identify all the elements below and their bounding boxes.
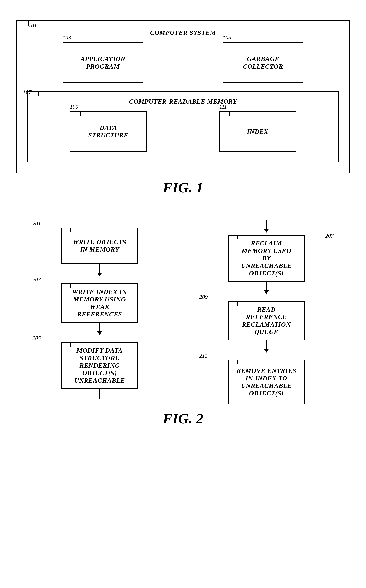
fig1-container: 101 COMPUTER SYSTEM 103 APPLI <box>16 12 350 208</box>
ref-203: 203 <box>32 276 41 283</box>
wi-tab <box>62 283 71 288</box>
ref-205: 205 <box>32 335 41 341</box>
data-structure-wrapper: 109 DATA STRUCTURE <box>70 111 147 152</box>
ref-109: 109 <box>70 104 78 110</box>
garbage-collector-box: GARBAGE COLLECTOR <box>222 43 304 83</box>
arrow-203-205 <box>99 323 100 335</box>
ref-207: 207 <box>325 232 334 239</box>
ref-111: 111 <box>219 104 227 110</box>
arrow-209-211 <box>266 340 267 352</box>
cs-title: COMPUTER SYSTEM <box>27 29 339 36</box>
data-structure-box: DATA STRUCTURE <box>70 111 147 152</box>
rm-tab <box>229 235 237 239</box>
ds-label: DATA STRUCTURE <box>88 124 128 139</box>
re-label: REMOVE ENTRIES IN INDEX TO UNREACHABLE O… <box>236 367 296 397</box>
md-tab <box>62 342 71 347</box>
cs-label: COMPUTER SYSTEM <box>150 29 216 36</box>
page-content: 101 COMPUTER SYSTEM 103 APPLI <box>16 12 350 439</box>
ref-209: 209 <box>199 294 208 300</box>
arrow-201-203 <box>99 264 100 276</box>
wo-label: WRITE OBJECTS IN MEMORY <box>73 238 126 253</box>
node-211-wrapper: 211 REMOVE ENTRIES IN INDEX TO UNREACHAB… <box>191 352 342 404</box>
rr-tab <box>229 301 237 305</box>
computer-system-box: COMPUTER SYSTEM 103 APPLICATION PROGRAM <box>16 20 350 173</box>
right-column: 207 RECLAIM MEMORY USED BY UNREACHABLE O… <box>191 220 342 404</box>
left-column: 201 WRITE OBJECTS IN MEMORY 203 WRITE IN… <box>24 220 175 404</box>
wi-label: WRITE INDEX IN MEMORY USING WEAK REFEREN… <box>72 288 127 318</box>
idx-label: INDEX <box>247 128 268 135</box>
write-index-box: WRITE INDEX IN MEMORY USING WEAK REFEREN… <box>61 283 138 323</box>
fig1-label: FIG. 1 <box>16 179 350 196</box>
fig2-container: 201 WRITE OBJECTS IN MEMORY 203 WRITE IN… <box>16 220 350 439</box>
rr-label: READ REFERENCE RECLAMATION QUEUE <box>242 306 291 336</box>
top-boxes-row: 103 APPLICATION PROGRAM 105 GARBAGE COLL… <box>27 43 339 83</box>
node-207-wrapper: 207 RECLAIM MEMORY USED BY UNREACHABLE O… <box>191 232 342 294</box>
write-objects-box: WRITE OBJECTS IN MEMORY <box>61 228 138 264</box>
gc-label: GARBAGE COLLECTOR <box>243 55 283 70</box>
cs-tab <box>17 20 29 26</box>
ref-211: 211 <box>199 352 207 359</box>
computer-readable-memory-box: COMPUTER-READABLE MEMORY 109 DATA STRUCT… <box>27 91 339 162</box>
remove-entries-box: REMOVE ENTRIES IN INDEX TO UNREACHABLE O… <box>228 360 305 404</box>
app-label: APPLICATION PROGRAM <box>80 55 125 70</box>
rm-label: RECLAIM MEMORY USED BY UNREACHABLE OBJEC… <box>241 240 292 277</box>
node-209-wrapper: 209 READ REFERENCE RECLAMATION QUEUE <box>191 294 342 352</box>
idx-tab <box>220 111 230 116</box>
index-box: INDEX <box>219 111 296 152</box>
fig2-diagram: 201 WRITE OBJECTS IN MEMORY 203 WRITE IN… <box>16 220 350 404</box>
app-program-wrapper: 103 APPLICATION PROGRAM <box>62 43 144 83</box>
index-wrapper: 111 INDEX <box>219 111 296 152</box>
right-col-content: 207 RECLAIM MEMORY USED BY UNREACHABLE O… <box>191 220 342 404</box>
ref-201: 201 <box>32 220 41 227</box>
app-tab <box>63 43 73 47</box>
memory-wrapper: 107 COMPUTER-READABLE MEMORY 109 <box>27 91 339 162</box>
node-203-wrapper: 203 WRITE INDEX IN MEMORY USING WEAK REF… <box>24 276 175 335</box>
fig2-label: FIG. 2 <box>16 410 350 427</box>
ds-tab <box>70 111 81 116</box>
mem-inner-boxes: 109 DATA STRUCTURE 111 <box>38 111 328 152</box>
ref-103: 103 <box>62 34 71 41</box>
modify-data-box: MODIFY DATA STRUCTURE RENDERING OBJECT(S… <box>61 342 138 389</box>
bottom-line-left <box>99 389 100 399</box>
read-reference-box: READ REFERENCE RECLAMATION QUEUE <box>228 301 305 340</box>
re-tab <box>229 360 237 364</box>
wo-tab <box>62 228 71 232</box>
application-program-box: APPLICATION PROGRAM <box>62 43 144 83</box>
mem-tab <box>28 91 39 96</box>
node-205-wrapper: 205 MODIFY DATA STRUCTURE RENDERING OBJE… <box>24 335 175 399</box>
reclaim-memory-box: RECLAIM MEMORY USED BY UNREACHABLE OBJEC… <box>228 235 305 282</box>
gc-wrapper: 105 GARBAGE COLLECTOR <box>222 43 304 83</box>
mem-title: COMPUTER-READABLE MEMORY <box>38 98 328 105</box>
arrow-into-207 <box>266 220 267 232</box>
md-label: MODIFY DATA STRUCTURE RENDERING OBJECT(S… <box>74 347 125 384</box>
node-201-wrapper: 201 WRITE OBJECTS IN MEMORY <box>24 220 175 276</box>
ref-105: 105 <box>222 34 231 41</box>
arrow-207-209 <box>266 282 267 294</box>
gc-tab <box>223 43 233 47</box>
